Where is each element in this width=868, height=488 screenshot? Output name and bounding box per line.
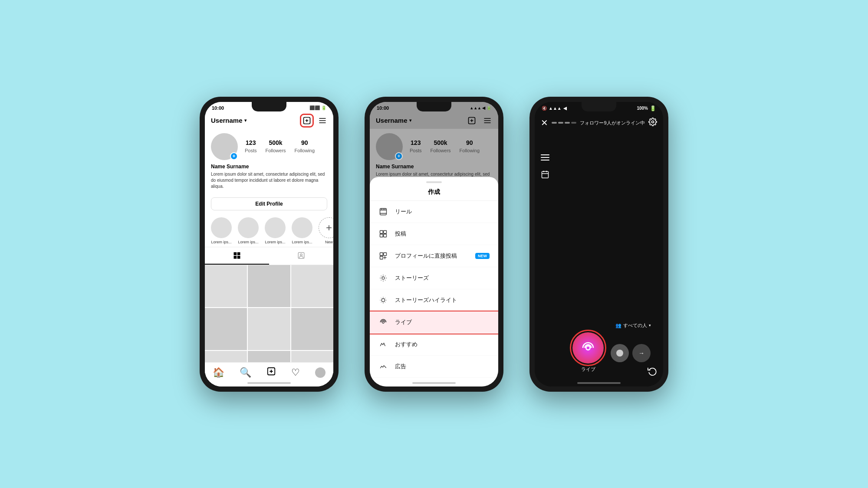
- live-controls: ライブ →: [541, 332, 657, 378]
- story-label-1: Lorem ips...: [211, 240, 231, 244]
- status-icons-3: 100% 🔋: [637, 105, 656, 111]
- live-start-button[interactable]: [572, 332, 604, 364]
- live-btn-arrow[interactable]: →: [632, 344, 651, 362]
- battery-icon-3: 🔋: [650, 105, 656, 111]
- stories-row-1: Lorem ips... Lorem ips... Lorem ips... L…: [205, 215, 333, 247]
- notch-1: [252, 102, 286, 111]
- header-icons-1: [302, 116, 327, 125]
- svg-rect-6: [234, 252, 237, 255]
- home-indicator-2: [412, 382, 456, 384]
- svg-rect-8: [234, 255, 237, 259]
- svg-rect-40: [542, 171, 549, 178]
- stat-followers-1: 500k Followers: [266, 139, 286, 154]
- story-item-2[interactable]: Lorem ips...: [238, 217, 259, 244]
- story-item-1[interactable]: Lorem ips...: [211, 217, 232, 244]
- username-1[interactable]: Username ▾: [211, 117, 247, 124]
- nav-home-1[interactable]: 🏠: [213, 367, 224, 378]
- notch-3: [582, 102, 616, 111]
- live-label-text: ライブ: [581, 366, 595, 373]
- live-header: ✕ フォロワー9人がオンライン中: [535, 113, 663, 133]
- bar-1: [552, 122, 557, 124]
- nav-add-1[interactable]: [266, 367, 276, 379]
- live-settings-button[interactable]: [648, 118, 657, 128]
- sheet-item-reel[interactable]: リール: [370, 201, 498, 223]
- sheet-item-stories[interactable]: ストーリーズ: [370, 267, 498, 289]
- nav-profile-1[interactable]: [315, 367, 326, 378]
- live-btn-secondary-right[interactable]: [611, 344, 629, 362]
- hamburger-menu-icon[interactable]: [541, 154, 549, 160]
- edit-profile-button[interactable]: Edit Profile: [211, 197, 327, 210]
- photo-cell-6[interactable]: [291, 308, 333, 350]
- wifi-icon-3: ◀: [563, 106, 567, 111]
- grid-tab-posts[interactable]: [205, 247, 269, 265]
- nav-search-1[interactable]: 🔍: [240, 367, 251, 378]
- story-item-new[interactable]: + New: [319, 217, 333, 244]
- person-icon: 👥: [615, 323, 621, 328]
- live-label: ライブ: [395, 318, 490, 326]
- story-new-circle: +: [319, 217, 333, 238]
- stories-label: ストーリーズ: [395, 274, 490, 282]
- live-center: フォロワー9人がオンライン中: [552, 120, 644, 126]
- home-indicator-1: [247, 382, 291, 384]
- svg-point-44: [586, 346, 590, 350]
- calendar-icon[interactable]: [541, 170, 549, 179]
- profile-top-1: + 123 Posts 500k Followers 90 Following: [211, 133, 327, 160]
- add-post-button-1[interactable]: [302, 116, 312, 125]
- profile-name-1: Name Surname: [211, 164, 327, 170]
- bar-4: [571, 122, 576, 124]
- svg-rect-28: [384, 230, 387, 233]
- story-label-3: Lorem ips...: [265, 240, 285, 244]
- grid-tab-tagged[interactable]: [269, 247, 333, 265]
- sheet-item-ad[interactable]: 広告: [370, 356, 498, 378]
- post-icon: [378, 229, 388, 239]
- status-bar-3: 🔇 ▲▲▲ ◀ 100% 🔋: [535, 102, 663, 113]
- svg-rect-29: [380, 234, 383, 237]
- sheet-item-live[interactable]: ライブ: [370, 311, 498, 334]
- sheet-item-direct[interactable]: プロフィールに直接投稿 NEW: [370, 245, 498, 267]
- menu-button-1[interactable]: [318, 116, 327, 125]
- bar-2: [558, 122, 563, 124]
- story-circle-1: [211, 217, 232, 238]
- ad-label: 広告: [395, 363, 490, 370]
- stat-posts-1: 123 Posts: [245, 139, 257, 154]
- photo-cell-3[interactable]: [291, 265, 333, 307]
- live-side-icons: [541, 154, 549, 179]
- suggest-icon: [378, 340, 388, 349]
- profile-bio-1: Lorem ipsum dolor sit amet, consectetur …: [211, 171, 327, 190]
- sheet-item-suggest[interactable]: おすすめ: [370, 334, 498, 356]
- live-bar-indicator: [552, 122, 576, 124]
- svg-point-39: [652, 121, 654, 123]
- story-label-new: New: [325, 240, 333, 244]
- avatar-wrap-1: +: [211, 133, 238, 160]
- live-sheet-icon: [378, 318, 388, 327]
- svg-point-38: [382, 321, 385, 323]
- live-bottom: 👥 すべての人 ▾ ライブ: [535, 318, 663, 386]
- nav-heart-1[interactable]: ♡: [291, 367, 300, 378]
- photo-cell-2[interactable]: [248, 265, 290, 307]
- svg-rect-32: [384, 252, 387, 255]
- audience-chevron: ▾: [649, 323, 651, 328]
- sheet-handle: [426, 181, 442, 183]
- status-icons-1: ⬛⬛ 🔋: [309, 105, 326, 110]
- sheet-item-post[interactable]: 投稿: [370, 223, 498, 245]
- photo-cell-5[interactable]: [248, 308, 290, 350]
- post-label: 投稿: [395, 230, 490, 238]
- highlight-icon: [378, 295, 388, 305]
- sheet-title: 作成: [370, 186, 498, 201]
- reel-label: リール: [395, 208, 490, 216]
- photo-cell-4[interactable]: [205, 308, 247, 350]
- live-close-button[interactable]: ✕: [541, 118, 548, 128]
- story-item-3[interactable]: Lorem ips...: [265, 217, 286, 244]
- phone-1-screen: 10:00 ⬛⬛ 🔋 Username ▾: [205, 102, 333, 386]
- ig-header-1: Username ▾: [205, 112, 333, 129]
- avatar-plus-1[interactable]: +: [230, 152, 238, 160]
- direct-icon: [378, 251, 388, 261]
- photo-cell-1[interactable]: [205, 265, 247, 307]
- time-1: 10:00: [212, 105, 224, 111]
- home-indicator-3: [577, 382, 621, 384]
- rotate-camera-button[interactable]: [648, 366, 657, 378]
- bottom-nav-1: 🏠 🔍 ♡: [205, 362, 333, 386]
- sheet-item-highlight[interactable]: ストーリーズハイライト: [370, 289, 498, 311]
- live-main-control: ライブ: [572, 332, 604, 374]
- story-item-4[interactable]: Lorem ips...: [292, 217, 312, 244]
